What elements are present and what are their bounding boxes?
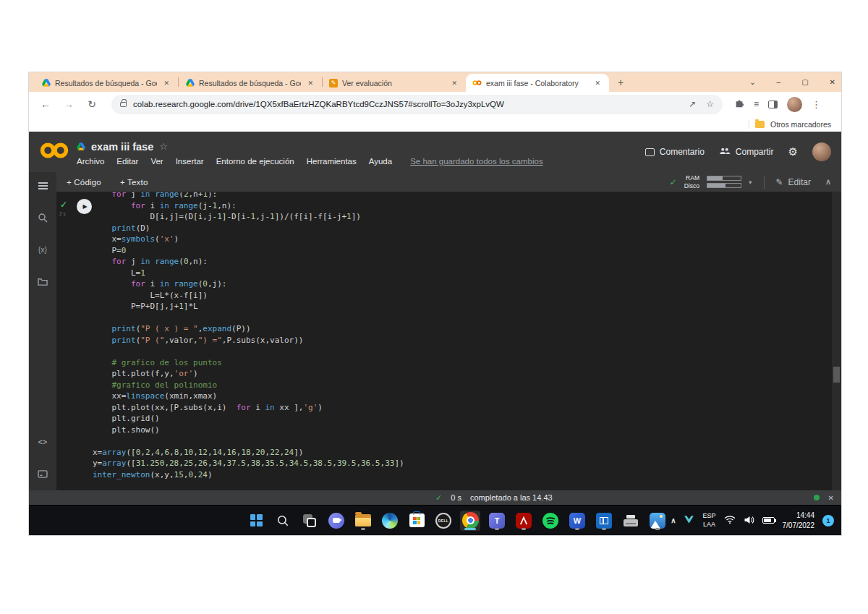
tray-overflow-chevron-icon[interactable]: ∧ xyxy=(671,516,676,524)
blue-app-icon[interactable] xyxy=(594,511,614,531)
minimize-icon[interactable]: – xyxy=(777,78,781,86)
colab-logo-icon[interactable] xyxy=(39,141,69,163)
close-window-icon[interactable]: ✕ xyxy=(830,78,835,86)
restore-icon[interactable]: ▢ xyxy=(801,78,808,86)
clock[interactable]: 14:44 7/07/2022 xyxy=(783,511,815,530)
close-icon[interactable]: ✕ xyxy=(592,79,603,88)
task-view-icon[interactable] xyxy=(299,511,320,531)
spotify-icon[interactable] xyxy=(540,511,561,531)
file-explorer-icon[interactable] xyxy=(353,511,373,531)
reload-icon[interactable]: ↻ xyxy=(85,98,98,110)
system-tray: ∧ ESP LAA 14:44 7/07/2022 1 xyxy=(671,506,834,535)
tab-title: exam iii fase - Colaboratory xyxy=(486,79,588,88)
close-icon[interactable]: ✕ xyxy=(449,79,459,88)
teams-icon[interactable]: T xyxy=(487,511,507,531)
code-line: for j in range(0,n): xyxy=(93,256,827,268)
menu-entorno[interactable]: Entorno de ejecución xyxy=(216,157,294,166)
star-notebook-icon[interactable]: ☆ xyxy=(159,141,168,152)
code-snippets-icon[interactable]: <> xyxy=(38,435,47,448)
run-cell-button[interactable]: ▶ xyxy=(77,199,92,214)
edit-mode-button[interactable]: ✎ Editar xyxy=(776,177,811,187)
cell-exec-note: 2 s xyxy=(59,211,66,216)
tab-drive-results-2[interactable]: Resultados de búsqueda - Googl ✕ xyxy=(179,74,322,92)
tab-drive-results-1[interactable]: Resultados de búsqueda - Googl ✕ xyxy=(35,74,178,92)
code-block[interactable]: for j in range(2,n+1): for i in range(j-… xyxy=(93,192,827,480)
resources-dropdown-icon[interactable]: ▾ xyxy=(749,179,752,186)
code-line: x=symbols('x') xyxy=(93,234,827,245)
taskbar-search-icon[interactable] xyxy=(273,511,293,531)
bookmarks-divider xyxy=(749,120,749,129)
user-avatar[interactable] xyxy=(812,142,831,161)
notification-badge[interactable]: 1 xyxy=(822,515,834,526)
close-status-icon[interactable]: ✕ xyxy=(828,494,834,502)
browser-menu-icon[interactable]: ⋮ xyxy=(812,99,821,110)
battery-icon[interactable] xyxy=(762,517,775,524)
dell-icon[interactable]: DELL xyxy=(433,511,454,531)
new-tab-button[interactable]: + xyxy=(618,77,624,88)
language-indicator[interactable]: ESP LAA xyxy=(702,512,715,529)
share-icon[interactable]: ↗ xyxy=(689,99,696,109)
back-icon[interactable]: ← xyxy=(39,98,52,110)
code-cell[interactable]: ✓ 2 s ▶ for j in range(2,n+1): for i in … xyxy=(56,192,841,490)
notebook-title[interactable]: exam iii fase xyxy=(91,141,153,153)
share-button[interactable]: Compartir xyxy=(719,147,774,157)
photos-icon[interactable] xyxy=(647,511,668,531)
teams-chat-icon[interactable] xyxy=(326,511,346,531)
chrome-icon[interactable] xyxy=(460,511,480,531)
collapse-toolbar-icon[interactable]: ∧ xyxy=(825,177,831,187)
acrobat-icon[interactable] xyxy=(514,511,534,531)
menu-ver[interactable]: Ver xyxy=(150,157,163,166)
menu-insertar[interactable]: Insertar xyxy=(176,157,204,166)
settings-gear-icon[interactable]: ⚙ xyxy=(788,145,798,158)
close-icon[interactable]: ✕ xyxy=(305,79,315,88)
volume-icon[interactable] xyxy=(744,514,754,527)
code-line xyxy=(93,346,827,357)
other-bookmarks[interactable]: Otros marcadores xyxy=(770,120,831,129)
connected-check-icon: ✓ xyxy=(670,177,677,187)
comment-button[interactable]: Comentario xyxy=(645,147,705,157)
status-dot xyxy=(814,495,820,500)
code-line: for i in range(0,j): xyxy=(93,278,827,290)
code-line: for j in range(2,n+1): xyxy=(93,192,827,200)
forward-icon[interactable]: → xyxy=(62,98,75,110)
table-of-contents-icon[interactable] xyxy=(38,179,48,192)
colab-header-actions: Comentario Compartir ⚙ xyxy=(645,142,831,161)
tab-search-icon[interactable]: ⌄ xyxy=(749,78,755,86)
resource-usage-bars[interactable] xyxy=(707,176,741,188)
search-icon[interactable] xyxy=(38,211,48,224)
menu-ayuda[interactable]: Ayuda xyxy=(369,157,392,166)
side-panel-icon[interactable] xyxy=(768,101,778,108)
menu-editar[interactable]: Editar xyxy=(116,157,138,166)
menu-bar: Archivo Editar Ver Insertar Entorno de e… xyxy=(77,157,645,166)
start-icon[interactable] xyxy=(246,511,266,531)
browser-window: Resultados de búsqueda - Googl ✕ Resulta… xyxy=(29,72,841,535)
url-text: colab.research.google.com/drive/1QX5xfBa… xyxy=(133,100,678,108)
tray-app-icon[interactable] xyxy=(684,514,694,527)
browser-profile-avatar[interactable] xyxy=(787,97,802,112)
microsoft-store-icon[interactable] xyxy=(407,511,427,531)
tab-colab-active[interactable]: exam iii fase - Colaboratory ✕ xyxy=(466,74,609,92)
tab-title: Resultados de búsqueda - Googl xyxy=(199,79,301,88)
tab-ver-evaluacion[interactable]: ✎ Ver evaluación ✕ xyxy=(323,74,466,92)
save-status[interactable]: Se han guardado todos los cambios xyxy=(410,157,542,166)
word-icon[interactable]: W xyxy=(567,511,587,531)
extensions-puzzle-icon[interactable] xyxy=(734,98,744,111)
editor-scrollbar-thumb[interactable] xyxy=(833,367,840,383)
menu-herramientas[interactable]: Herramientas xyxy=(307,157,357,166)
wifi-icon[interactable] xyxy=(724,514,736,527)
url-input[interactable]: colab.research.google.com/drive/1QX5xfBa… xyxy=(111,95,723,114)
bookmark-star-icon[interactable]: ☆ xyxy=(706,99,714,109)
menu-archivo[interactable]: Archivo xyxy=(77,157,104,166)
edge-icon[interactable] xyxy=(380,511,400,531)
media-controls-icon[interactable]: ≡ xyxy=(754,99,759,109)
windows-taskbar: DELL T W ∧ ESP LAA xyxy=(29,505,841,535)
add-text-button[interactable]: + Texto xyxy=(120,178,148,187)
variables-icon[interactable]: {x} xyxy=(38,243,47,256)
assignment-icon: ✎ xyxy=(329,79,338,88)
add-code-button[interactable]: + Código xyxy=(67,178,101,187)
files-folder-icon[interactable] xyxy=(38,275,48,288)
resource-labels: RAM Disco xyxy=(684,174,699,189)
close-icon[interactable]: ✕ xyxy=(161,79,171,88)
hp-printer-icon[interactable] xyxy=(621,511,641,531)
terminal-icon[interactable] xyxy=(38,467,48,480)
